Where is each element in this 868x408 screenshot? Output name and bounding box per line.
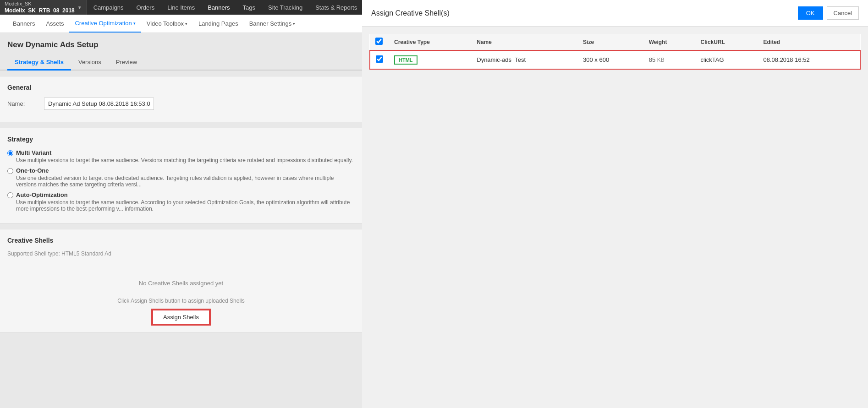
row-creative-type: HTML [389,50,471,69]
shells-empty-message: No Creative Shells assigned yet [7,266,355,296]
multi-variant-label: Multi Variant [16,149,353,156]
row-edited: 08.08.2018 16:52 [758,50,861,69]
subnav-banner-settings[interactable]: Banner Settings ▾ [244,15,301,33]
page-title: New Dynamic Ads Setup [0,33,362,55]
brand-dropdown-arrow: ▼ [77,5,82,10]
creative-shells-table: Creative Type Name Size Weight ClickURL … [369,34,861,70]
strategy-section: Strategy Multi Variant Use multiple vers… [0,128,362,223]
html-badge: HTML [394,55,418,65]
modal-cancel-button[interactable]: Cancel [827,6,859,20]
col-header-weight: Weight [643,34,695,50]
creative-shells-section: Creative Shells Supported Shell type: HT… [0,229,362,332]
row-size: 300 x 600 [577,50,643,69]
modal-header: Assign Creative Shell(s) OK Cancel [362,0,868,27]
name-label: Name: [7,100,44,107]
creative-shells-title: Creative Shells [7,237,355,244]
modal-title: Assign Creative Shell(s) [371,9,450,17]
nav-campaigns[interactable]: Campaigns [87,0,130,15]
nav-tags[interactable]: Tags [236,0,262,15]
assign-shells-button[interactable]: Assign Shells [152,310,210,325]
nav-line-items[interactable]: Line Items [161,0,201,15]
one-to-one-desc: Use one dedicated version to target one … [16,175,355,188]
tab-preview[interactable]: Preview [109,55,144,71]
nav-orders[interactable]: Orders [130,0,161,15]
strategy-option-one-to-one: One-to-One Use one dedicated version to … [7,167,355,188]
subnav-assets[interactable]: Assets [40,15,69,33]
name-row: Name: [7,98,355,110]
auto-optimization-desc: Use multiple versions to target the same… [16,199,355,212]
brand-sub: Modelix_SK [5,1,75,7]
video-toolbox-arrow: ▾ [185,22,187,26]
modal-body: Creative Type Name Size Weight ClickURL … [362,27,868,408]
modal-panel: Assign Creative Shell(s) OK Cancel Creat… [362,0,868,408]
subnav-video-toolbox[interactable]: Video Toolbox ▾ [141,15,193,33]
col-header-size: Size [577,34,643,50]
col-header-name: Name [471,34,577,50]
row-weight: 85 KB [643,50,695,69]
brand-area[interactable]: Modelix_SK Modelix_SK_RTB_08_2018 ▼ [0,0,87,15]
banner-settings-arrow: ▾ [293,22,295,26]
shells-empty-sub: Click Assign Shells button to assign upl… [7,298,355,304]
row-clickurl: clickTAG [695,50,758,69]
strategy-title: Strategy [7,136,355,143]
weight-unit: KB [657,57,665,63]
nav-stats-reports[interactable]: Stats & Reports [309,0,363,15]
auto-optimization-label: Auto-Optimization [16,191,355,198]
creative-optimization-arrow: ▾ [133,21,136,26]
row-checkbox[interactable] [376,55,383,63]
row-name: Dynamic-ads_Test [471,50,577,69]
strategy-option-auto-optimization: Auto-Optimization Use multiple versions … [7,191,355,212]
col-header-edited: Edited [758,34,861,50]
nav-banners[interactable]: Banners [201,0,236,15]
subnav-landing-pages[interactable]: Landing Pages [193,15,244,33]
modal-actions: OK Cancel [798,6,859,20]
general-title: General [7,84,355,91]
modal-ok-button[interactable]: OK [798,6,823,20]
multi-variant-desc: Use multiple versions to target the same… [16,157,353,163]
brand-name: Modelix_SK_RTB_08_2018 [5,7,75,14]
col-header-clickurl: ClickURL [695,34,758,50]
table-row: HTML Dynamic-ads_Test 300 x 600 85 KB cl… [370,50,860,69]
weight-value: 85 [649,56,655,63]
col-header-checkbox [370,34,389,50]
col-header-creative-type: Creative Type [389,34,471,50]
one-to-one-label: One-to-One [16,167,355,174]
tab-versions[interactable]: Versions [71,55,109,71]
radio-one-to-one[interactable] [7,168,13,174]
subnav-banners[interactable]: Banners [7,15,40,33]
select-all-checkbox[interactable] [375,38,383,45]
main-content: New Dynamic Ads Setup Strategy & Shells … [0,33,362,408]
tabs: Strategy & Shells Versions Preview [0,55,362,71]
radio-multi-variant[interactable] [7,150,13,156]
nav-site-tracking[interactable]: Site Tracking [262,0,309,15]
row-checkbox-cell [370,50,389,69]
tab-strategy-shells[interactable]: Strategy & Shells [7,55,71,71]
general-section: General Name: [0,76,362,122]
subnav-creative-optimization[interactable]: Creative Optimization ▾ [69,15,141,33]
name-input[interactable] [44,98,154,110]
strategy-option-multi-variant: Multi Variant Use multiple versions to t… [7,149,355,163]
shells-subtitle: Supported Shell type: HTML5 Standard Ad [7,250,355,257]
radio-auto-optimization[interactable] [7,192,13,198]
